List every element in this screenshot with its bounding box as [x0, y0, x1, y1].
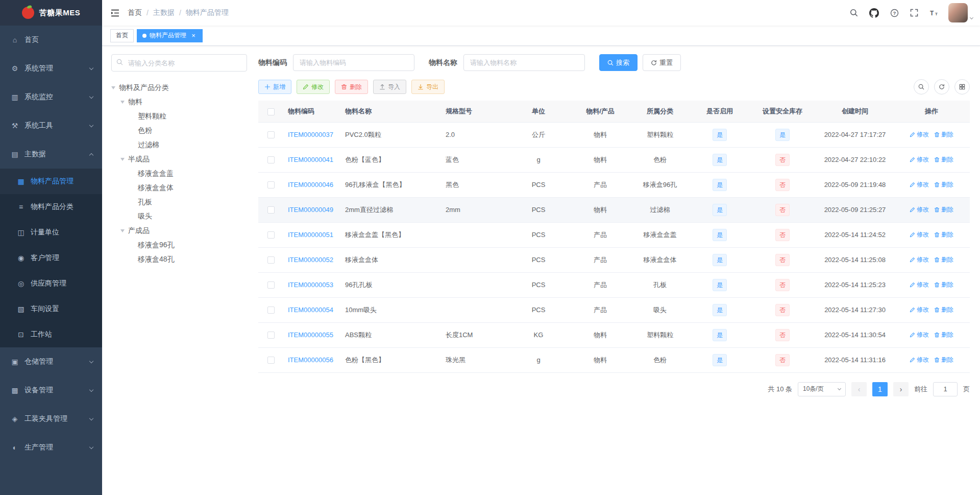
row-edit-button[interactable]: 修改: [910, 255, 929, 264]
row-checkbox[interactable]: [267, 156, 275, 163]
edit-button[interactable]: 修改: [297, 80, 330, 94]
sidebar-item-customer-management[interactable]: ◉客户管理: [0, 245, 102, 271]
tree-node[interactable]: 移液盒96孔: [111, 238, 247, 252]
material-code-link[interactable]: ITEM00000037: [288, 131, 333, 138]
row-delete-button[interactable]: 删除: [934, 180, 953, 189]
sidebar-item-material-product-category[interactable]: ≡物料产品分类: [0, 194, 102, 220]
sidebar-item-supplier-management[interactable]: ◎供应商管理: [0, 271, 102, 296]
tree-node[interactable]: 移液盒盒盖: [111, 167, 247, 181]
sidebar-item-production-management[interactable]: ◐生产管理: [0, 433, 102, 462]
row-delete-button[interactable]: 删除: [934, 230, 953, 239]
toggle-search-button[interactable]: [914, 79, 929, 95]
columns-button[interactable]: [954, 79, 970, 95]
tree-node[interactable]: 过滤棉: [111, 138, 247, 152]
tree-node[interactable]: 吸头: [111, 209, 247, 224]
tab-home[interactable]: 首页: [110, 29, 134, 42]
tree-node[interactable]: 移液盒盒体: [111, 181, 247, 195]
caret-down-icon[interactable]: [120, 101, 125, 104]
category-search-input[interactable]: [111, 54, 247, 72]
material-code-input[interactable]: [293, 54, 414, 71]
row-checkbox[interactable]: [267, 281, 275, 289]
refresh-table-button[interactable]: [934, 79, 949, 95]
sidebar-item-workstation[interactable]: ⊡工作站: [0, 322, 102, 347]
row-checkbox[interactable]: [267, 131, 275, 138]
material-code-link[interactable]: ITEM00000049: [288, 206, 333, 214]
row-checkbox[interactable]: [267, 307, 275, 314]
hamburger-icon[interactable]: [102, 0, 128, 26]
tree-node[interactable]: 色粉: [111, 124, 247, 138]
row-checkbox[interactable]: [267, 181, 275, 188]
fullscreen-icon[interactable]: [904, 0, 924, 26]
tree-node[interactable]: 产成品: [111, 224, 247, 238]
export-button[interactable]: 导出: [411, 80, 445, 94]
sidebar-item-fixture-management[interactable]: ◈工装夹具管理: [0, 405, 102, 433]
row-delete-button[interactable]: 删除: [934, 280, 953, 289]
row-checkbox[interactable]: [267, 357, 275, 364]
material-code-link[interactable]: ITEM00000051: [288, 231, 333, 239]
search-icon[interactable]: [844, 0, 864, 26]
row-edit-button[interactable]: 修改: [910, 205, 929, 214]
row-checkbox[interactable]: [267, 206, 275, 214]
row-delete-button[interactable]: 删除: [934, 155, 953, 164]
close-tab-icon[interactable]: ×: [190, 32, 197, 39]
tab-material-product-management[interactable]: 物料产品管理×: [137, 29, 203, 42]
help-icon[interactable]: ?: [885, 0, 904, 26]
caret-down-icon[interactable]: [120, 229, 125, 232]
sidebar-item-material-product-management[interactable]: ▦物料产品管理: [0, 169, 102, 194]
app-logo[interactable]: 苦糖果MES: [0, 0, 102, 26]
material-code-link[interactable]: ITEM00000053: [288, 281, 333, 289]
chevron-down-icon[interactable]: [970, 16, 973, 19]
page-1-button[interactable]: 1: [872, 382, 888, 396]
select-all-checkbox[interactable]: [267, 108, 275, 115]
tree-node[interactable]: 半成品: [111, 152, 247, 167]
search-button[interactable]: 搜索: [599, 54, 638, 71]
sidebar-item-warehouse-management[interactable]: ▣仓储管理: [0, 347, 102, 376]
material-code-link[interactable]: ITEM00000056: [288, 356, 333, 364]
sidebar-item-home[interactable]: ⌂首页: [0, 26, 102, 54]
breadcrumb-item[interactable]: 首页: [128, 8, 142, 17]
row-delete-button[interactable]: 删除: [934, 356, 953, 364]
add-button[interactable]: 新增: [258, 80, 291, 94]
tree-node[interactable]: 物料及产品分类: [111, 81, 247, 95]
font-size-icon[interactable]: TT: [924, 0, 944, 26]
user-avatar[interactable]: [948, 3, 968, 22]
row-delete-button[interactable]: 删除: [934, 331, 953, 339]
sidebar-item-system-management[interactable]: ⚙系统管理: [0, 54, 102, 83]
reset-button[interactable]: 重置: [643, 54, 681, 71]
prev-page-button[interactable]: ‹: [851, 382, 867, 396]
material-name-input[interactable]: [463, 54, 585, 71]
sidebar-item-master-data[interactable]: ▤主数据: [0, 140, 102, 169]
sidebar-item-measurement-unit[interactable]: ◫计量单位: [0, 220, 102, 245]
goto-page-input[interactable]: [933, 382, 958, 396]
row-edit-button[interactable]: 修改: [910, 180, 929, 189]
page-size-select[interactable]: 10条/页: [798, 382, 846, 396]
row-edit-button[interactable]: 修改: [910, 130, 929, 139]
row-edit-button[interactable]: 修改: [910, 356, 929, 364]
caret-down-icon[interactable]: [111, 86, 115, 89]
tree-node[interactable]: 孔板: [111, 195, 247, 209]
tree-node[interactable]: 移液盒48孔: [111, 252, 247, 267]
material-code-link[interactable]: ITEM00000054: [288, 306, 333, 314]
row-checkbox[interactable]: [267, 332, 275, 339]
row-delete-button[interactable]: 删除: [934, 255, 953, 264]
tree-node[interactable]: 塑料颗粒: [111, 109, 247, 124]
row-edit-button[interactable]: 修改: [910, 230, 929, 239]
sidebar-item-equipment-management[interactable]: ▩设备管理: [0, 376, 102, 405]
material-code-link[interactable]: ITEM00000055: [288, 331, 333, 339]
material-code-link[interactable]: ITEM00000052: [288, 256, 333, 264]
next-page-button[interactable]: ›: [893, 382, 909, 396]
github-icon[interactable]: [864, 0, 885, 26]
caret-down-icon[interactable]: [120, 158, 125, 161]
sidebar-item-workshop-settings[interactable]: ▧车间设置: [0, 296, 102, 322]
delete-button[interactable]: 删除: [335, 80, 368, 94]
import-button[interactable]: 导入: [373, 80, 406, 94]
row-checkbox[interactable]: [267, 256, 275, 264]
row-delete-button[interactable]: 删除: [934, 305, 953, 314]
sidebar-item-system-tools[interactable]: ⚒系统工具: [0, 111, 102, 140]
row-checkbox[interactable]: [267, 231, 275, 239]
row-delete-button[interactable]: 删除: [934, 205, 953, 214]
row-edit-button[interactable]: 修改: [910, 280, 929, 289]
row-delete-button[interactable]: 删除: [934, 130, 953, 139]
material-code-link[interactable]: ITEM00000041: [288, 156, 333, 163]
sidebar-item-system-monitor[interactable]: ▥系统监控: [0, 83, 102, 111]
